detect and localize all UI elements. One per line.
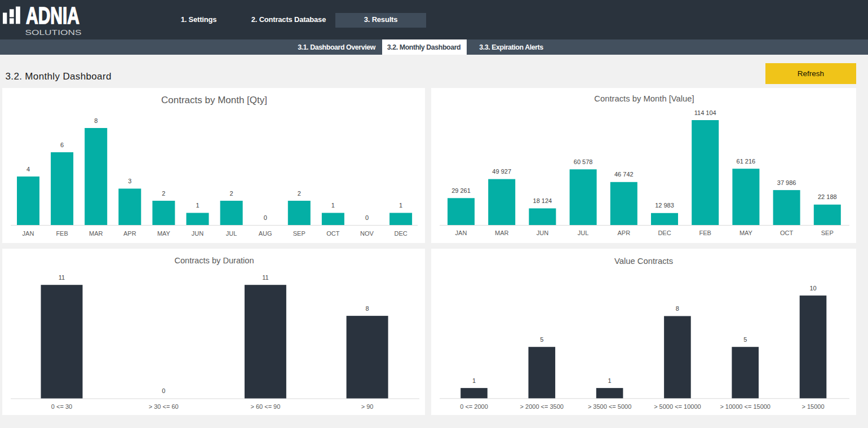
svg-text:> 5000 <= 10000: > 5000 <= 10000 [654, 403, 701, 410]
svg-text:0: 0 [365, 214, 369, 221]
svg-text:18 124: 18 124 [533, 197, 552, 204]
svg-text:2: 2 [230, 190, 233, 197]
svg-text:11: 11 [59, 274, 65, 281]
svg-text:29 261: 29 261 [451, 187, 471, 194]
svg-text:> 15000: > 15000 [801, 403, 824, 410]
svg-text:SOLUTIONS: SOLUTIONS [25, 28, 82, 37]
svg-text:2: 2 [298, 190, 301, 197]
svg-text:0: 0 [264, 214, 267, 221]
svg-text:0: 0 [162, 387, 165, 394]
svg-text:APR: APR [617, 230, 630, 236]
svg-text:> 2000 <= 3500: > 2000 <= 3500 [520, 403, 564, 410]
svg-text:OCT: OCT [780, 230, 794, 236]
svg-text:49 927: 49 927 [492, 168, 511, 175]
svg-text:0 <= 2000: 0 <= 2000 [460, 403, 488, 410]
svg-text:22 188: 22 188 [818, 193, 837, 200]
svg-text:114 104: 114 104 [694, 109, 716, 116]
svg-text:12 983: 12 983 [655, 202, 674, 209]
svg-text:MAR: MAR [495, 230, 509, 236]
svg-text:MAR: MAR [89, 230, 103, 237]
svg-text:NOV: NOV [360, 230, 374, 237]
svg-text:8: 8 [366, 305, 369, 312]
svg-text:8: 8 [676, 305, 679, 312]
svg-text:1: 1 [196, 202, 199, 209]
svg-text:1: 1 [331, 202, 335, 209]
svg-text:OCT: OCT [326, 230, 340, 237]
svg-text:8: 8 [94, 117, 98, 124]
svg-text:> 30 <= 60: > 30 <= 60 [149, 403, 179, 410]
svg-text:Contracts by Month [Value]: Contracts by Month [Value] [594, 94, 694, 103]
svg-text:61 216: 61 216 [737, 158, 756, 165]
svg-text:> 60 <= 90: > 60 <= 90 [250, 403, 280, 410]
svg-text:5: 5 [540, 336, 543, 343]
svg-text:> 90: > 90 [361, 403, 374, 410]
svg-text:MAY: MAY [739, 230, 753, 236]
svg-text:Contracts by Month [Qty]: Contracts by Month [Qty] [161, 95, 267, 105]
svg-text:37 986: 37 986 [777, 179, 796, 186]
svg-text:3: 3 [128, 178, 131, 184]
svg-text:JUL: JUL [226, 230, 237, 237]
svg-text:JAN: JAN [455, 230, 467, 236]
svg-text:1: 1 [399, 202, 402, 209]
svg-text:> 3500 <= 5000: > 3500 <= 5000 [588, 403, 631, 410]
svg-text:Contracts by Duration: Contracts by Duration [174, 256, 254, 265]
svg-text:60 578: 60 578 [574, 158, 593, 165]
svg-text:FEB: FEB [699, 230, 711, 236]
svg-text:MAY: MAY [157, 230, 171, 237]
svg-text:1: 1 [472, 377, 476, 384]
svg-text:6: 6 [60, 142, 64, 148]
svg-text:> 10000 <= 15000: > 10000 <= 15000 [720, 403, 770, 410]
svg-text:0 <= 30: 0 <= 30 [51, 403, 72, 410]
svg-text:APR: APR [123, 230, 136, 237]
svg-text:DEC: DEC [394, 230, 407, 237]
svg-text:46 742: 46 742 [614, 171, 634, 178]
svg-text:JAN: JAN [23, 230, 34, 237]
svg-text:5: 5 [743, 336, 747, 343]
svg-text:AUG: AUG [259, 230, 272, 237]
svg-text:Value Contracts: Value Contracts [614, 257, 673, 266]
svg-text:JUN: JUN [537, 230, 548, 236]
svg-text:SEP: SEP [293, 230, 305, 237]
svg-text:10: 10 [809, 285, 816, 292]
svg-text:JUL: JUL [578, 230, 589, 236]
svg-text:DEC: DEC [658, 230, 671, 236]
svg-text:11: 11 [262, 274, 268, 281]
svg-text:2: 2 [162, 190, 165, 197]
svg-text:SEP: SEP [821, 230, 834, 236]
svg-text:4: 4 [26, 166, 30, 173]
svg-text:JUN: JUN [192, 230, 203, 237]
svg-text:1: 1 [608, 377, 612, 384]
svg-text:FEB: FEB [56, 230, 68, 237]
svg-text:ADNIA: ADNIA [26, 5, 79, 29]
